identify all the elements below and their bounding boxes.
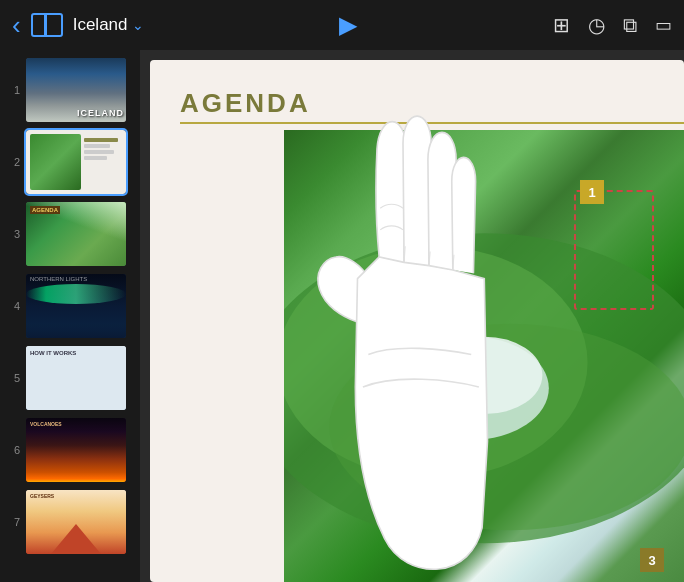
slide-number-4: 4: [8, 300, 20, 312]
map-marker-1: 1: [580, 180, 604, 204]
toolbar: ‹ Iceland ⌄ ▶ ⊞ ◷ ⧉ ▭: [0, 0, 684, 50]
slide-item-6[interactable]: 6 VOLCANOES: [0, 414, 140, 486]
map-marker-3: 3: [640, 548, 664, 572]
slide-item-3[interactable]: 3 AGENDA: [0, 198, 140, 270]
slide-thumb-1: ICELAND ICELAND: [26, 58, 126, 122]
slide-map: 1 3: [284, 130, 685, 582]
screen-button[interactable]: ▭: [655, 14, 672, 36]
slide-number-6: 6: [8, 444, 20, 456]
slide-item-4[interactable]: 4 NORTHERN LIGHTS: [0, 270, 140, 342]
clock-button[interactable]: ◷: [588, 13, 605, 37]
presentation-title-area[interactable]: Iceland ⌄: [73, 15, 144, 35]
slide-number-2: 2: [8, 156, 20, 168]
table-button[interactable]: ⊞: [553, 13, 570, 37]
agenda-divider: [180, 122, 684, 124]
toolbar-right: ⊞ ◷ ⧉ ▭: [553, 13, 672, 37]
slide-thumb-2: [26, 130, 126, 194]
layers-button[interactable]: ⧉: [623, 14, 637, 37]
agenda-label: AGENDA: [180, 88, 311, 119]
title-chevron-icon: ⌄: [132, 17, 144, 33]
slide-number-7: 7: [8, 516, 20, 528]
slide-number-3: 3: [8, 228, 20, 240]
presentation-title: Iceland: [73, 15, 128, 35]
map-background: 1 3: [284, 130, 685, 582]
slide-thumb-4: NORTHERN LIGHTS: [26, 274, 126, 338]
slide-thumb-7: GEYSERS: [26, 490, 126, 554]
main-content: 1 ICELAND ICELAND 2 3: [0, 50, 684, 582]
slide-item-7[interactable]: 7 GEYSERS: [0, 486, 140, 558]
slide-panel: 1 ICELAND ICELAND 2 3: [0, 50, 140, 582]
play-button[interactable]: ▶: [339, 11, 357, 39]
slide-canvas: AGENDA: [150, 60, 684, 582]
toolbar-left: ‹ Iceland ⌄: [12, 10, 144, 41]
canvas-area: AGENDA: [140, 50, 684, 582]
back-button[interactable]: ‹: [12, 10, 21, 41]
slide-thumb-3: AGENDA: [26, 202, 126, 266]
slide-panel-toggle[interactable]: [31, 13, 63, 37]
slide-item-5[interactable]: 5 HOW IT WORKS: [0, 342, 140, 414]
slide-item-1[interactable]: 1 ICELAND ICELAND: [0, 54, 140, 126]
slide-thumb-5: HOW IT WORKS: [26, 346, 126, 410]
slide-number-5: 5: [8, 372, 20, 384]
slide-thumb-6: VOLCANOES: [26, 418, 126, 482]
toolbar-center: ▶: [154, 11, 544, 39]
slide-number-1: 1: [8, 84, 20, 96]
slide-item-2[interactable]: 2: [0, 126, 140, 198]
